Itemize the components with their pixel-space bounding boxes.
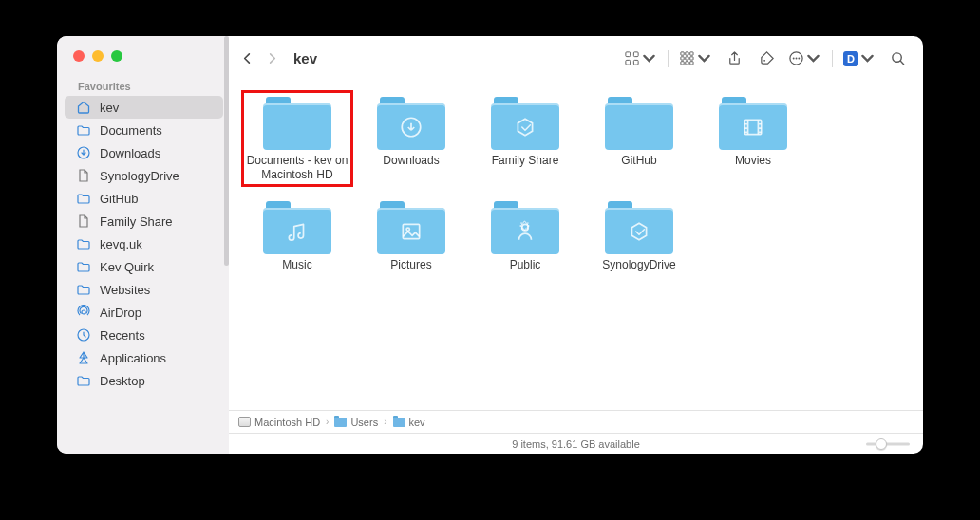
sidebar-item-github[interactable]: GitHub: [65, 187, 223, 210]
sidebar-item-airdrop[interactable]: AirDrop: [65, 301, 223, 324]
search-button[interactable]: [883, 46, 912, 72]
folder-icon: [76, 373, 91, 388]
folder-icon: [719, 95, 787, 150]
sidebar-item-documents[interactable]: Documents: [65, 119, 223, 141]
sidebar-item-label: Kev Quirk: [100, 260, 154, 274]
sidebar-item-label: Documents: [100, 123, 162, 138]
finder-window: Favourites kevDocumentsDownloadsSynology…: [57, 36, 923, 454]
folder-icon: [605, 199, 673, 254]
folder-icon: [263, 95, 331, 150]
clock-icon: [76, 327, 91, 343]
path-crumb-label: kev: [409, 417, 425, 428]
path-separator-icon: ›: [326, 417, 329, 427]
folder-label: Documents - kev on Macintosh HD: [246, 154, 349, 182]
sidebar-item-recents[interactable]: Recents: [65, 324, 223, 346]
download-icon: [76, 145, 91, 160]
folder-icon: [76, 122, 91, 138]
view-icons-button[interactable]: [620, 46, 661, 72]
window-title: kev: [293, 50, 317, 66]
folder-label: GitHub: [621, 154, 656, 168]
folder-pictures[interactable]: Pictures: [360, 199, 462, 272]
hard-drive-icon: [238, 417, 251, 427]
sidebar-item-kevq-uk[interactable]: kevq.uk: [65, 232, 223, 255]
path-crumb-macintosh-hd[interactable]: Macintosh HD: [238, 417, 320, 428]
sidebar-item-label: Applications: [100, 351, 166, 365]
sidebar-item-downloads[interactable]: Downloads: [65, 141, 223, 164]
folder-music[interactable]: Music: [246, 199, 349, 272]
maximize-button[interactable]: [111, 50, 122, 62]
toolbar: kev D: [229, 36, 923, 81]
svg-rect-4: [633, 52, 638, 57]
sidebar-item-label: kev: [100, 101, 119, 115]
group-by-button[interactable]: [675, 46, 716, 72]
action-menu-button[interactable]: [784, 46, 825, 72]
nav-back-button[interactable]: [235, 46, 259, 72]
toolbar-separator: [668, 50, 669, 67]
sidebar-item-label: Desktop: [100, 374, 145, 388]
folder-family-share[interactable]: Family Share: [474, 95, 576, 182]
folder-label: Public: [510, 258, 541, 272]
status-text: 9 items, 91.61 GB available: [512, 438, 640, 450]
svg-point-1: [82, 310, 85, 314]
sidebar-item-desktop[interactable]: Desktop: [65, 369, 223, 392]
path-crumb-users[interactable]: Users: [334, 417, 378, 428]
folder-label: Family Share: [492, 154, 559, 168]
icon-grid: Documents - kev on Macintosh HDDownloads…: [246, 95, 910, 289]
folder-github[interactable]: GitHub: [588, 95, 690, 182]
file-icon: [76, 168, 91, 183]
svg-rect-12: [690, 57, 693, 60]
sidebar-item-label: kevq.uk: [100, 237, 142, 251]
extension-button[interactable]: D: [839, 46, 879, 72]
folder-public[interactable]: Public: [474, 199, 576, 272]
minimize-button[interactable]: [92, 50, 104, 62]
folder-label: SynologyDrive: [602, 258, 675, 272]
folder-icon: [76, 259, 91, 274]
folder-label: Pictures: [390, 258, 431, 272]
toolbar-separator: [832, 50, 833, 67]
sidebar-heading: Favourites: [57, 73, 229, 96]
sidebar-item-label: Family Share: [100, 214, 173, 229]
svg-rect-3: [626, 52, 631, 57]
sidebar-list: kevDocumentsDownloadsSynologyDriveGitHub…: [57, 96, 229, 392]
content-area[interactable]: Documents - kev on Macintosh HDDownloads…: [229, 81, 923, 410]
path-crumb-kev[interactable]: kev: [393, 417, 425, 428]
svg-rect-6: [633, 60, 638, 65]
sidebar-item-applications[interactable]: Applications: [65, 346, 223, 369]
folder-label: Movies: [735, 154, 771, 168]
sidebar-item-synologydrive[interactable]: SynologyDrive: [65, 164, 223, 187]
sidebar: Favourites kevDocumentsDownloadsSynology…: [57, 36, 229, 454]
sidebar-item-family-share[interactable]: Family Share: [65, 210, 223, 232]
folder-icon: [76, 236, 91, 251]
folder-label: Downloads: [383, 154, 439, 168]
svg-rect-11: [686, 57, 688, 60]
path-crumb-label: Macintosh HD: [254, 417, 320, 428]
svg-point-16: [763, 60, 765, 62]
svg-rect-7: [681, 52, 684, 55]
window-traffic-lights: [57, 36, 229, 73]
svg-point-20: [798, 58, 800, 60]
folder-icon: [334, 418, 347, 427]
extension-logo: D: [843, 51, 858, 66]
sidebar-item-kev-quirk[interactable]: Kev Quirk: [65, 255, 223, 278]
svg-rect-5: [626, 60, 631, 65]
tags-button[interactable]: [752, 46, 781, 72]
folder-synologydrive[interactable]: SynologyDrive: [588, 199, 690, 272]
close-button[interactable]: [73, 50, 85, 62]
sidebar-scrollbar[interactable]: [224, 36, 229, 266]
folder-documents-kev-on-macintosh-hd[interactable]: Documents - kev on Macintosh HD: [246, 95, 349, 182]
nav-forward-button[interactable]: [259, 46, 284, 72]
svg-rect-24: [403, 224, 419, 238]
share-button[interactable]: [720, 46, 748, 72]
folder-movies[interactable]: Movies: [702, 95, 804, 182]
folder-icon: [377, 95, 445, 150]
zoom-slider[interactable]: [866, 438, 910, 450]
sidebar-item-kev[interactable]: kev: [65, 96, 223, 119]
path-bar: Macintosh HD›Users›kev: [229, 410, 923, 433]
folder-icon: [377, 199, 445, 254]
folder-icon: [76, 282, 91, 297]
home-icon: [76, 100, 91, 115]
folder-icon: [76, 191, 91, 206]
sidebar-item-websites[interactable]: Websites: [65, 278, 223, 301]
svg-rect-9: [690, 52, 693, 55]
folder-downloads[interactable]: Downloads: [360, 95, 462, 182]
